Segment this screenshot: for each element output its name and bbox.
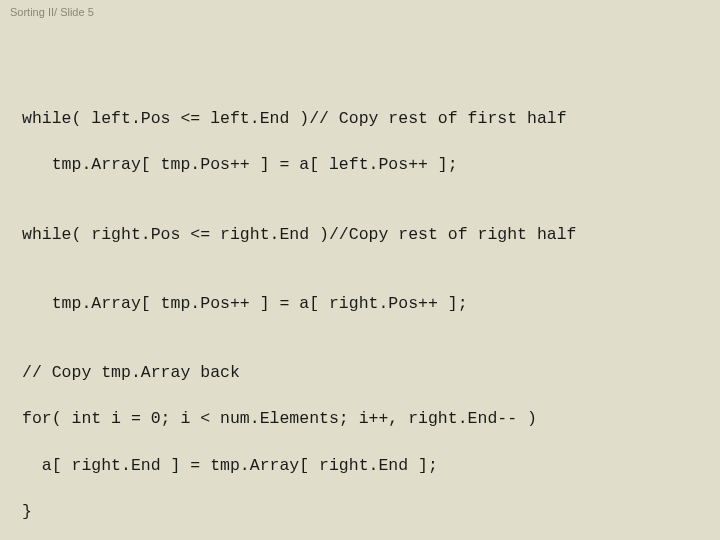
code-line: while( left.Pos <= left.End )// Copy res… (22, 107, 700, 130)
code-line: } (22, 500, 700, 523)
code-line: while( right.Pos <= right.End )//Copy re… (22, 223, 700, 246)
code-block: while( left.Pos <= left.End )// Copy res… (22, 84, 700, 540)
code-line: tmp.Array[ tmp.Pos++ ] = a[ right.Pos++ … (22, 292, 700, 315)
code-line: a[ right.End ] = tmp.Array[ right.End ]; (22, 454, 700, 477)
code-line: // Copy tmp.Array back (22, 361, 700, 384)
code-line: tmp.Array[ tmp.Pos++ ] = a[ left.Pos++ ]… (22, 153, 700, 176)
slide-header: Sorting II/ Slide 5 (10, 6, 94, 18)
code-line: for( int i = 0; i < num.Elements; i++, r… (22, 407, 700, 430)
slide: Sorting II/ Slide 5 while( left.Pos <= l… (0, 0, 720, 540)
